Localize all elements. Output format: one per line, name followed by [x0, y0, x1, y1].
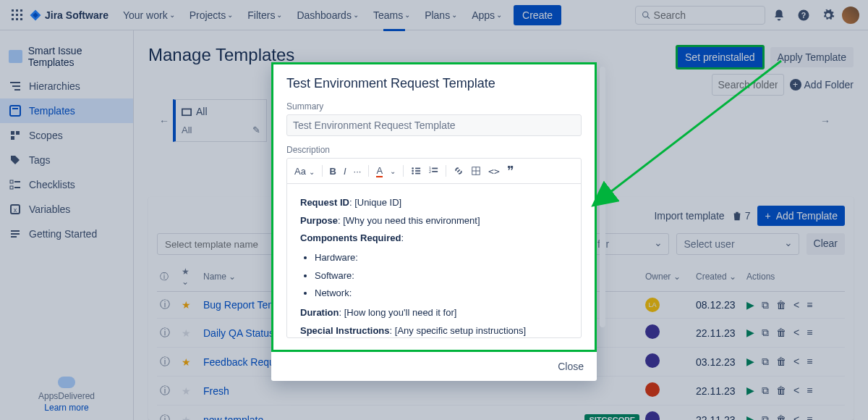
- bold-button[interactable]: B: [330, 166, 336, 177]
- svg-point-33: [412, 170, 414, 172]
- summary-input[interactable]: [286, 114, 582, 136]
- component-item: Hardware:: [315, 249, 568, 267]
- text-color-button[interactable]: A: [376, 165, 383, 177]
- numbered-list-button[interactable]: 12: [428, 166, 438, 176]
- svg-text:2: 2: [429, 169, 431, 174]
- link-button[interactable]: [454, 166, 464, 176]
- description-content[interactable]: Request ID: [Unique ID] Purpose: [Why yo…: [287, 184, 581, 337]
- code-button[interactable]: <>: [488, 166, 500, 177]
- italic-button[interactable]: I: [344, 166, 346, 177]
- modal-title: Test Environment Request Template: [286, 76, 582, 91]
- component-item: Network:: [315, 285, 568, 303]
- template-modal: Test Environment Request Template Summar…: [271, 62, 597, 381]
- more-formatting-button[interactable]: ···: [354, 166, 362, 177]
- modal-scrollbar[interactable]: [600, 67, 605, 327]
- component-item: Software:: [315, 267, 568, 285]
- description-label: Description: [286, 145, 582, 155]
- bullet-list-button[interactable]: [411, 166, 421, 176]
- description-editor: Aa ⌄ B I ··· A⌄ 12 <> ❞ Request ID: [Uni…: [286, 158, 582, 338]
- close-button[interactable]: Close: [558, 361, 584, 372]
- text-style-dropdown[interactable]: Aa ⌄: [294, 166, 315, 177]
- summary-label: Summary: [286, 101, 582, 112]
- table-button[interactable]: [471, 166, 481, 176]
- editor-toolbar: Aa ⌄ B I ··· A⌄ 12 <> ❞: [287, 159, 581, 184]
- quote-button[interactable]: ❞: [507, 163, 514, 179]
- svg-point-31: [412, 167, 414, 169]
- svg-point-35: [412, 172, 414, 175]
